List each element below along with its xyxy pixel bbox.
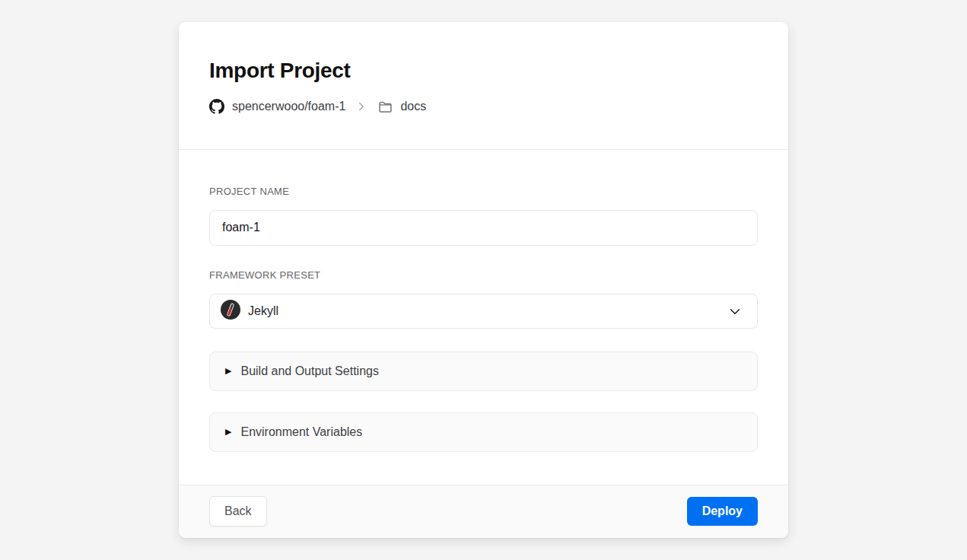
jekyll-icon [221, 300, 240, 323]
import-project-card: Import Project spencerwooo/foam-1 docs [179, 22, 788, 538]
accordion-label: Build and Output Settings [240, 364, 378, 378]
github-icon [209, 99, 224, 114]
framework-preset-label: FRAMEWORK PRESET [209, 269, 758, 281]
project-name-label: PROJECT NAME [209, 186, 758, 197]
card-header: Import Project spencerwooo/foam-1 docs [179, 22, 788, 150]
accordion-build-output-settings[interactable]: ▶ Build and Output Settings [209, 352, 758, 391]
accordion-environment-variables[interactable]: ▶ Environment Variables [209, 412, 758, 452]
page-title: Import Project [209, 58, 758, 84]
chevron-right-icon [355, 100, 368, 113]
back-button[interactable]: Back [209, 496, 267, 527]
project-name-input[interactable] [209, 210, 758, 246]
folder-icon [377, 99, 393, 115]
framework-selected-value: Jekyll [248, 304, 278, 318]
framework-preset-select[interactable]: Jekyll [209, 294, 758, 329]
accordion-label: Environment Variables [240, 425, 362, 439]
chevron-down-icon [727, 303, 743, 320]
deploy-button[interactable]: Deploy [687, 497, 758, 526]
breadcrumb-repo: spencerwooo/foam-1 [232, 100, 345, 113]
triangle-right-icon: ▶ [225, 367, 231, 375]
breadcrumb: spencerwooo/foam-1 docs [209, 99, 758, 115]
card-body: PROJECT NAME FRAMEWORK PRESET Jekyll [179, 150, 788, 485]
card-footer: Back Deploy [179, 485, 788, 538]
triangle-right-icon: ▶ [225, 428, 231, 436]
breadcrumb-directory: docs [400, 100, 426, 113]
